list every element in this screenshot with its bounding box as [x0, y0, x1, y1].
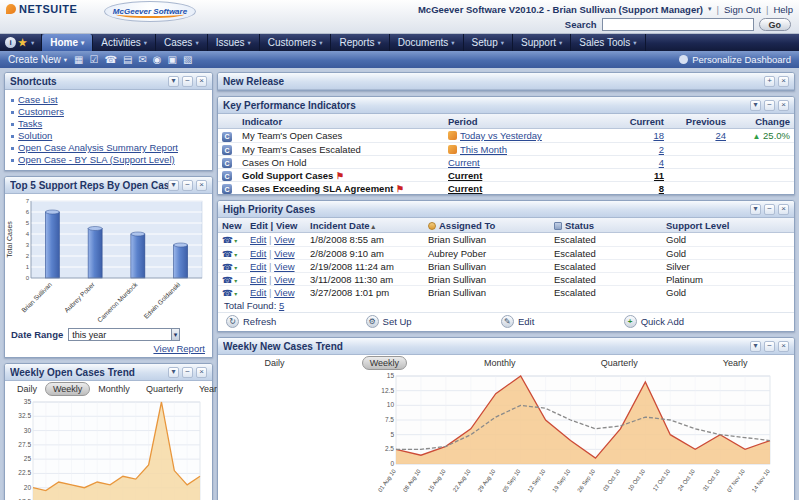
shortcut-link[interactable]: Open Case Analysis Summary Report	[18, 142, 178, 154]
task-icon[interactable]: ☑	[90, 55, 99, 65]
edit-link[interactable]: Edit	[250, 274, 266, 285]
panel-menu-icon[interactable]: ▾	[750, 100, 761, 111]
panel-close-icon[interactable]: ×	[778, 76, 789, 87]
tab-activities[interactable]: Activities▾	[93, 34, 156, 51]
weekly-new-cases-tab-yearly[interactable]: Yearly	[715, 356, 756, 370]
quick-add-button[interactable]: +Quick Add	[624, 315, 684, 328]
kpi-current-link[interactable]: 11	[654, 170, 664, 181]
favorites-caret-icon[interactable]: ▾	[29, 39, 36, 47]
edit-link[interactable]: Edit	[250, 248, 266, 259]
view-link[interactable]: View	[274, 234, 294, 245]
email-icon[interactable]: ✉	[138, 55, 146, 65]
panel-close-icon[interactable]: ×	[778, 204, 789, 215]
view-link[interactable]: View	[274, 261, 294, 272]
kpi-current-link[interactable]: 4	[659, 157, 664, 168]
tab-issues[interactable]: Issues▾	[208, 34, 260, 51]
set-up-button[interactable]: ⚙Set Up	[366, 315, 412, 328]
case-icon[interactable]: ▤	[123, 55, 132, 65]
panel-close-icon[interactable]: ×	[778, 100, 789, 111]
edit-link[interactable]: Edit	[250, 287, 266, 298]
kpi-period-link[interactable]: Current	[448, 183, 482, 194]
tab-setup[interactable]: Setup▾	[464, 34, 513, 51]
role-dropdown-caret[interactable]: ▾	[708, 5, 712, 13]
shortcut-link[interactable]: Open Case - BY SLA (Support Level)	[18, 154, 175, 166]
grab-phone-icon[interactable]: ☎	[222, 288, 233, 298]
date-range-select[interactable]: this year ▾	[68, 328, 180, 341]
kpi-period-link[interactable]: Today vs Yesterday	[460, 130, 542, 141]
panel-minimize-icon[interactable]: −	[182, 367, 193, 378]
panel-minimize-icon[interactable]: −	[764, 100, 775, 111]
create-new-menu[interactable]: Create New ▾	[8, 54, 67, 65]
weekly-open-cases-tab-monthly[interactable]: Monthly	[90, 382, 138, 396]
panel-minimize-icon[interactable]: −	[764, 204, 775, 215]
shortcut-item-tasks[interactable]: Tasks	[11, 118, 206, 130]
weekly-open-cases-tab-weekly[interactable]: Weekly	[45, 382, 90, 396]
edit-link[interactable]: Edit	[250, 234, 266, 245]
favorites-star-icon[interactable]: ★	[18, 37, 27, 48]
panel-minimize-icon[interactable]: −	[764, 341, 775, 352]
view-link[interactable]: View	[274, 248, 294, 259]
view-link[interactable]: View	[274, 274, 294, 285]
tab-cases[interactable]: Cases▾	[156, 34, 208, 51]
help-link[interactable]: Help	[773, 4, 793, 15]
contact-icon[interactable]: ◉	[153, 55, 162, 65]
shortcut-item-case-list[interactable]: Case List	[11, 94, 206, 106]
shortcut-item-open-case-analysis-summary-report[interactable]: Open Case Analysis Summary Report	[11, 142, 206, 154]
panel-minimize-icon[interactable]: −	[182, 76, 193, 87]
grab-phone-icon[interactable]: ☎	[222, 235, 233, 245]
kpi-period-link[interactable]: Current	[448, 157, 480, 168]
panel-menu-icon[interactable]: ▾	[750, 204, 761, 215]
panel-menu-icon[interactable]: ▾	[168, 367, 179, 378]
tab-documents[interactable]: Documents▾	[390, 34, 464, 51]
sign-out-link[interactable]: Sign Out	[724, 4, 761, 15]
go-button[interactable]: Go	[759, 18, 792, 31]
kpi-current-link[interactable]: 18	[653, 130, 664, 141]
panel-minimize-icon[interactable]: −	[182, 180, 193, 191]
weekly-open-cases-tab-daily[interactable]: Daily	[9, 382, 45, 396]
weekly-new-cases-tab-quarterly[interactable]: Quarterly	[593, 356, 646, 370]
kpi-period-link[interactable]: This Month	[460, 144, 507, 155]
customer-icon[interactable]: ▣	[168, 55, 177, 65]
grab-phone-icon[interactable]: ☎	[222, 249, 233, 259]
shortcut-item-customers[interactable]: Customers	[11, 106, 206, 118]
weekly-open-cases-tab-quarterly[interactable]: Quarterly	[138, 382, 191, 396]
tab-customers[interactable]: Customers▾	[260, 34, 332, 51]
refresh-button[interactable]: ↻Refresh	[226, 315, 276, 328]
view-report-link[interactable]: View Report	[5, 343, 212, 357]
kpi-previous-link[interactable]: 24	[715, 130, 726, 141]
weekly-new-cases-tab-weekly[interactable]: Weekly	[362, 356, 407, 370]
view-link[interactable]: View	[274, 287, 294, 298]
shortcut-link[interactable]: Customers	[18, 106, 64, 118]
panel-close-icon[interactable]: ×	[778, 341, 789, 352]
info-icon[interactable]: i	[5, 37, 16, 48]
shortcut-link[interactable]: Solution	[18, 130, 52, 142]
panel-close-icon[interactable]: ×	[196, 76, 207, 87]
panel-menu-icon[interactable]: ▾	[168, 76, 179, 87]
shortcut-item-solution[interactable]: Solution	[11, 130, 206, 142]
shortcut-item-open-case-by-sla-support-level[interactable]: Open Case - BY SLA (Support Level)	[11, 154, 206, 166]
panel-close-icon[interactable]: ×	[196, 367, 207, 378]
calendar-icon[interactable]: ▦	[74, 55, 83, 65]
document-icon[interactable]: ▧	[183, 55, 192, 65]
shortcut-link[interactable]: Case List	[18, 94, 58, 106]
total-found-value[interactable]: 5	[279, 300, 284, 311]
tab-sales-tools[interactable]: Sales Tools▾	[571, 34, 645, 51]
grab-phone-icon[interactable]: ☎	[222, 275, 233, 285]
kpi-current-link[interactable]: 2	[659, 144, 664, 155]
panel-menu-icon[interactable]: ▾	[168, 180, 179, 191]
tab-support[interactable]: Support▾	[513, 34, 571, 51]
phone-icon[interactable]: ☎	[105, 55, 117, 65]
panel-menu-icon[interactable]: ▾	[750, 341, 761, 352]
grab-phone-icon[interactable]: ☎	[222, 262, 233, 272]
kpi-period-link[interactable]: Current	[448, 170, 482, 181]
edit-button[interactable]: ✎Edit	[501, 315, 534, 328]
panel-close-icon[interactable]: ×	[196, 180, 207, 191]
shortcut-link[interactable]: Tasks	[18, 118, 42, 130]
panel-expand-icon[interactable]: +	[764, 76, 775, 87]
personalize-dashboard-button[interactable]: Personalize Dashboard	[679, 54, 791, 65]
weekly-new-cases-tab-monthly[interactable]: Monthly	[476, 356, 524, 370]
edit-link[interactable]: Edit	[250, 261, 266, 272]
search-input[interactable]	[602, 18, 754, 31]
kpi-current-link[interactable]: 8	[659, 183, 664, 194]
tab-home[interactable]: Home▾	[42, 34, 93, 51]
